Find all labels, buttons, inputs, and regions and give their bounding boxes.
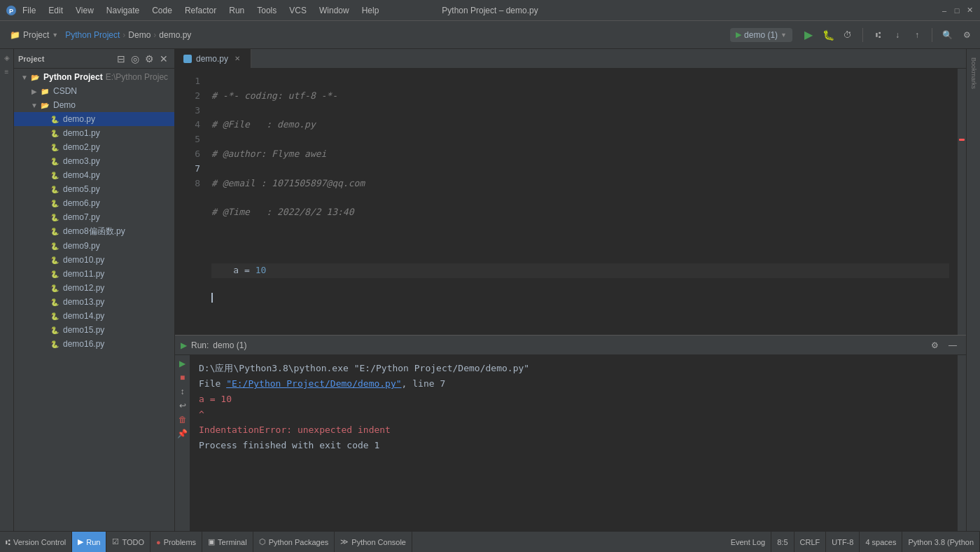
list-item[interactable]: 🐍demo12.py — [14, 281, 174, 295]
tree-root[interactable]: ▼ 📂 Python Project E:\Python Projec — [14, 70, 174, 84]
editor-tab-demo-py[interactable]: demo.py ✕ — [175, 49, 251, 68]
list-item[interactable]: 🐍demo11.py — [14, 267, 174, 281]
run-file-line: File "E:/Python Project/Demo/demo.py", l… — [199, 376, 949, 392]
left-stripe-icon-1[interactable]: ◈ — [1, 52, 13, 63]
line-number: 5 — [175, 132, 200, 147]
tree-demo-folder[interactable]: ▼ 📂 Demo — [14, 98, 174, 112]
status-python-version[interactable]: Python 3.8 (Python — [902, 532, 980, 553]
py-icon: 🐍 — [49, 282, 60, 294]
code-editor[interactable]: # -*- coding: utf-8 -*- # @File : demo.p… — [203, 69, 958, 335]
profile-button[interactable]: ⏱ — [840, 27, 855, 43]
run-pin-button[interactable]: 📌 — [177, 428, 188, 439]
run-caret-line: ^ — [199, 407, 949, 422]
menu-help[interactable]: Help — [356, 4, 385, 17]
tree-demo-py[interactable]: 🐍 demo.py — [14, 112, 174, 126]
list-item[interactable]: 🐍demo5.py — [14, 182, 174, 196]
tree-demo-label: Demo — [53, 100, 76, 110]
settings-icon[interactable]: ⚙ — [143, 53, 156, 65]
tree-demo-arrow: ▼ — [29, 102, 39, 109]
tree-root-label: Python Project — [43, 72, 103, 82]
run-code-line: a = 10 — [199, 392, 949, 407]
list-item[interactable]: 🐍demo6.py — [14, 196, 174, 210]
tree-csdn-label: CSDN — [53, 86, 77, 96]
status-event-log[interactable]: Event Log — [725, 532, 772, 553]
list-item[interactable]: 🐍demo8偏函数.py — [14, 224, 174, 239]
close-button[interactable]: ✕ — [965, 6, 974, 15]
run-button[interactable]: ▶ — [801, 27, 816, 43]
list-item[interactable]: 🐍demo16.py — [14, 337, 174, 351]
menu-window[interactable]: Window — [314, 4, 355, 17]
maximize-button[interactable]: □ — [952, 6, 962, 15]
status-python-packages[interactable]: ⬡ Python Packages — [253, 532, 335, 553]
menu-run[interactable]: Run — [223, 4, 250, 17]
status-indent[interactable]: 4 spaces — [860, 532, 902, 553]
settings-button[interactable]: ⚙ — [959, 27, 974, 43]
status-encoding[interactable]: UTF-8 — [826, 532, 860, 553]
list-item[interactable]: 🐍demo3.py — [14, 154, 174, 168]
status-terminal[interactable]: ▣ Terminal — [202, 532, 253, 553]
search-button[interactable]: 🔍 — [939, 27, 955, 43]
menu-file[interactable]: File — [17, 4, 41, 17]
list-item[interactable]: 🐍demo10.py — [14, 253, 174, 267]
status-version-control[interactable]: ⑆ Version Control — [0, 532, 72, 553]
locate-icon[interactable]: ◎ — [129, 53, 141, 65]
git-button[interactable]: ↓ — [890, 27, 905, 43]
left-stripe-icon-2[interactable]: ≡ — [1, 66, 13, 77]
list-item[interactable]: 🐍demo2.py — [14, 140, 174, 154]
project-selector[interactable]: 📁 Project ▼ — [6, 29, 62, 41]
run-wrap-button[interactable]: ↩ — [177, 400, 188, 411]
py-icon: 🐍 — [49, 212, 60, 223]
status-todo[interactable]: ☑ TODO — [106, 532, 150, 553]
status-crlf[interactable]: CRLF — [794, 532, 827, 553]
right-stripe-bookmarks[interactable]: Bookmarks — [970, 52, 977, 95]
list-item[interactable]: 🐍demo7.py — [14, 210, 174, 224]
minimize-button[interactable]: – — [939, 6, 949, 15]
status-python-console[interactable]: ≫ Python Console — [335, 532, 412, 553]
file-tree-panel: Project ⊟ ◎ ⚙ ✕ ▼ 📂 Python Project E:\Py… — [14, 49, 175, 531]
status-position[interactable]: 8:5 — [771, 532, 794, 553]
py-icon: 🐍 — [49, 127, 60, 139]
python-console-icon: ≫ — [340, 537, 349, 546]
menu-edit[interactable]: Edit — [43, 4, 69, 17]
py-icon: 🐍 — [49, 156, 60, 167]
run-stop-button[interactable]: ■ — [177, 372, 188, 383]
list-item[interactable]: 🐍demo15.py — [14, 323, 174, 337]
collapse-all-icon[interactable]: ⊟ — [115, 53, 127, 65]
menu-tools[interactable]: Tools — [251, 4, 282, 17]
list-item[interactable]: 🐍demo9.py — [14, 239, 174, 253]
breadcrumb-3[interactable]: demo.py — [159, 30, 191, 40]
tab-close-button[interactable]: ✕ — [232, 54, 242, 64]
run-file-path[interactable]: "E:/Python Project/Demo/demo.py" — [226, 378, 401, 389]
status-problems[interactable]: ● Problems — [150, 532, 202, 553]
status-run[interactable]: ▶ Run — [72, 532, 106, 553]
run-close-button[interactable]: — — [945, 338, 960, 353]
list-item[interactable]: 🐍demo13.py — [14, 295, 174, 309]
menu-refactor[interactable]: Refactor — [179, 4, 222, 17]
run-rerun-button[interactable]: ▶ — [177, 358, 188, 369]
git-push-button[interactable]: ↑ — [909, 27, 925, 43]
run-configuration[interactable]: ▶ demo (1) ▼ — [730, 28, 792, 42]
run-scrollbar[interactable] — [958, 355, 966, 531]
list-item[interactable]: 🐍demo14.py — [14, 309, 174, 323]
list-item[interactable]: 🐍demo1.py — [14, 126, 174, 140]
menu-navigate[interactable]: Navigate — [101, 4, 145, 17]
breadcrumb-1[interactable]: Python Project — [65, 30, 120, 40]
breadcrumb-2[interactable]: Demo — [128, 30, 150, 40]
tab-label: demo.py — [196, 54, 228, 64]
run-finish-line: Process finished with exit code 1 — [199, 438, 949, 453]
hide-icon[interactable]: ✕ — [158, 53, 170, 65]
menu-vcs[interactable]: VCS — [284, 4, 312, 17]
menu-code[interactable]: Code — [146, 4, 178, 17]
tree-csdn[interactable]: ▶ 📁 CSDN — [14, 84, 174, 98]
run-scroll-button[interactable]: ↕ — [177, 386, 188, 397]
run-clear-button[interactable]: 🗑 — [177, 414, 188, 425]
debug-button[interactable]: 🐛 — [820, 27, 836, 43]
list-item[interactable]: 🐍demo4.py — [14, 168, 174, 182]
run-settings-button[interactable]: ⚙ — [927, 338, 942, 353]
python-console-label: Python Console — [351, 538, 406, 546]
vcs-button[interactable]: ⑆ — [870, 27, 886, 43]
line-number: 2 — [175, 89, 200, 104]
menu-view[interactable]: View — [70, 4, 99, 17]
py-icon: 🐍 — [49, 338, 60, 350]
root-folder-icon: 📂 — [29, 71, 41, 83]
